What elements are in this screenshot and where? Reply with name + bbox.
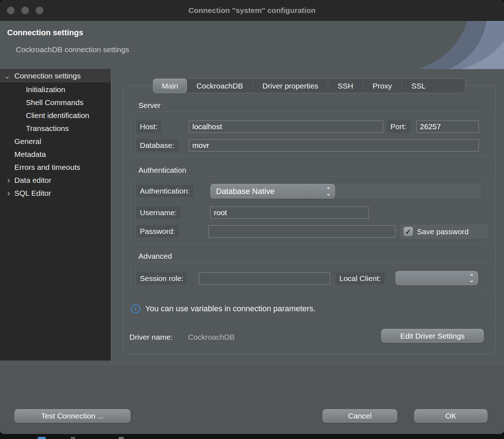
- sidebar-item-data-editor[interactable]: › Data editor: [0, 174, 111, 187]
- desktop-sliver: [71, 437, 75, 439]
- titlebar[interactable]: Connection "system" configuration: [0, 0, 504, 21]
- host-label: Host:: [136, 121, 161, 133]
- authentication-select[interactable]: Database Native ⌃⌄: [210, 184, 335, 199]
- tab-driver-properties[interactable]: Driver properties: [253, 79, 328, 93]
- dialog-footer: Test Connection ... Cancel OK: [0, 365, 504, 434]
- sidebar-item-errors-and-timeouts[interactable]: Errors and timeouts: [0, 161, 111, 174]
- username-input[interactable]: [210, 207, 368, 219]
- local-client-label: Local Client:: [336, 272, 385, 285]
- port-label: Port:: [387, 121, 410, 133]
- session-role-label: Session role:: [136, 272, 187, 285]
- chevron-right-icon[interactable]: ›: [4, 177, 13, 184]
- desktop-sliver: [38, 437, 46, 439]
- test-connection-button[interactable]: Test Connection ...: [14, 409, 130, 423]
- authentication-selected-option: Database Native: [216, 187, 275, 196]
- authentication-label: Authentication:: [136, 185, 193, 197]
- screen: Connection "system" configuration Connec…: [0, 0, 504, 439]
- sidebar-item-general[interactable]: General: [0, 135, 111, 148]
- sidebar-item-shell-commands[interactable]: Shell Commands: [0, 96, 111, 109]
- select-stepper-icon: ⌃⌄: [469, 274, 474, 282]
- page-title: Connection settings: [7, 28, 83, 37]
- tab-proxy[interactable]: Proxy: [363, 79, 402, 93]
- local-client-select[interactable]: ⌃⌄: [395, 271, 478, 285]
- driver-name-value: CockroachDB: [188, 333, 235, 341]
- ok-button[interactable]: OK: [414, 409, 487, 423]
- sidebar-item-sql-editor[interactable]: › SQL Editor: [0, 187, 111, 200]
- connection-config-dialog: Connection "system" configuration Connec…: [0, 0, 504, 434]
- chevron-right-icon[interactable]: ›: [4, 190, 13, 197]
- driver-name-label: Driver name:: [129, 333, 173, 341]
- chevron-down-icon[interactable]: ⌄: [3, 72, 12, 80]
- tab-main[interactable]: Main: [153, 79, 187, 93]
- password-input[interactable]: [209, 225, 395, 237]
- host-input[interactable]: [189, 121, 383, 133]
- tab-cockroachdb[interactable]: CockroachDB: [187, 79, 253, 93]
- database-label: Database:: [136, 139, 178, 151]
- database-input[interactable]: [189, 139, 479, 151]
- save-password-checkbox[interactable]: ✓: [403, 227, 413, 236]
- connection-tabs: Main CockroachDB Driver properties SSH P…: [153, 78, 466, 93]
- session-role-input[interactable]: [199, 272, 330, 285]
- advanced-section-label: Advanced: [138, 252, 172, 261]
- page-subtitle: CockroachDB connection settings: [16, 45, 129, 54]
- tab-ssl[interactable]: SSL: [402, 79, 435, 93]
- desktop-strip: [0, 434, 504, 439]
- sidebar-item-transactions[interactable]: Transactions: [0, 122, 111, 135]
- window-title: Connection "system" configuration: [0, 0, 504, 21]
- save-password-checkbox-label[interactable]: Save password: [417, 227, 488, 236]
- dialog-body: ⌄ Connection settings Initialization She…: [0, 69, 504, 365]
- server-section-label: Server: [138, 101, 161, 110]
- sidebar-item-initialization[interactable]: Initialization: [0, 83, 111, 96]
- dialog-header: Connection settings CockroachDB connecti…: [0, 21, 504, 69]
- username-label: Username:: [136, 207, 180, 219]
- sidebar-divider: [112, 69, 112, 365]
- select-stepper-icon: ⌃⌄: [326, 187, 331, 195]
- tab-ssh[interactable]: SSH: [328, 79, 363, 93]
- driver-row-divider: [123, 323, 495, 323]
- edit-driver-settings-button[interactable]: Edit Driver Settings: [381, 329, 484, 343]
- header-decoration-swirl: [407, 21, 504, 69]
- variables-hint: You can use variables in connection para…: [145, 304, 316, 313]
- sidebar-item-connection-settings[interactable]: ⌄ Connection settings: [0, 69, 111, 82]
- sidebar-item-client-identification[interactable]: Client identification: [0, 109, 111, 122]
- port-input[interactable]: [416, 121, 479, 133]
- check-icon: ✓: [405, 227, 411, 236]
- password-label: Password:: [136, 225, 179, 237]
- cancel-button[interactable]: Cancel: [322, 409, 397, 423]
- info-icon: i: [131, 304, 140, 313]
- authentication-section-label: Authentication: [138, 166, 186, 175]
- main-settings-area: Main CockroachDB Driver properties SSH P…: [113, 69, 504, 365]
- sidebar-item-metadata[interactable]: Metadata: [0, 148, 111, 161]
- desktop-sliver: [119, 437, 124, 439]
- settings-tree: ⌄ Connection settings Initialization She…: [0, 69, 111, 361]
